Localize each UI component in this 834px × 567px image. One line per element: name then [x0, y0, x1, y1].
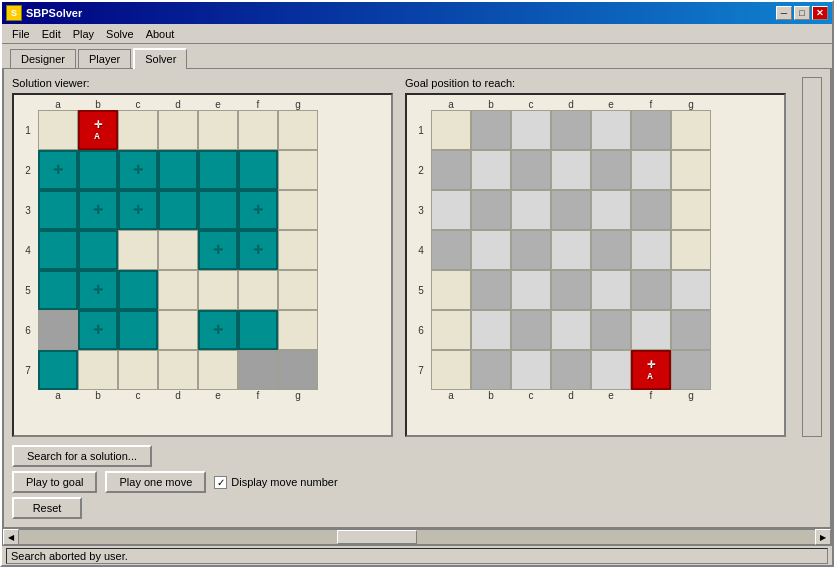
solution-viewer-board: a b c d e f g 1 ✛A [12, 93, 393, 437]
sv-col-g: g [278, 99, 318, 110]
hscroll-right-button[interactable]: ▶ [815, 529, 831, 545]
table-row [591, 350, 631, 390]
table-row [511, 230, 551, 270]
table-row [631, 310, 671, 350]
sv-col-c-bot: c [118, 390, 158, 401]
piece-handle: ✛ [253, 203, 263, 217]
table-row [471, 350, 511, 390]
table-row [118, 270, 158, 310]
table-row [551, 310, 591, 350]
table-row: ✛ [238, 230, 278, 270]
table-row [118, 350, 158, 390]
table-row [431, 310, 471, 350]
hscroll-thumb[interactable] [337, 530, 417, 544]
controls-row: Search for a solution... Play to goal Pl… [12, 445, 822, 519]
sv-row-7: 7 [18, 350, 387, 390]
table-row [591, 310, 631, 350]
sv-col-a-bot: a [38, 390, 78, 401]
menu-solve[interactable]: Solve [100, 26, 140, 42]
play-to-goal-button[interactable]: Play to goal [12, 471, 97, 493]
piece-handle: ✛ [93, 203, 103, 217]
menu-play[interactable]: Play [67, 26, 100, 42]
tab-designer[interactable]: Designer [10, 49, 76, 68]
table-row [38, 310, 78, 350]
table-row [671, 150, 711, 190]
status-text: Search aborted by user. [6, 548, 828, 564]
table-row: ✛ [38, 150, 78, 190]
gp-col-g: g [671, 99, 711, 110]
table-row [38, 110, 78, 150]
play-one-move-button[interactable]: Play one move [105, 471, 206, 493]
table-row [671, 190, 711, 230]
menu-file[interactable]: File [6, 26, 36, 42]
table-row [471, 190, 511, 230]
piece-handle: ✛ [93, 323, 103, 337]
table-row: ✛ [78, 190, 118, 230]
table-row [278, 230, 318, 270]
sv-row-5: 5 ✛ [18, 270, 387, 310]
table-row [671, 350, 711, 390]
boards-row: Solution viewer: a b c d e f g 1 [12, 77, 822, 437]
table-row [631, 230, 671, 270]
table-row [238, 350, 278, 390]
gp-rowlabel-7: 7 [411, 365, 431, 376]
table-row [551, 350, 591, 390]
gp-rowlabel-4: 4 [411, 245, 431, 256]
solution-viewer-panel: Solution viewer: a b c d e f g 1 [12, 77, 393, 437]
menu-edit[interactable]: Edit [36, 26, 67, 42]
table-row [591, 110, 631, 150]
table-row [511, 110, 551, 150]
goal-position-board: a b c d e f g 1 [405, 93, 786, 437]
sv-row-6: 6 ✛ ✛ [18, 310, 387, 350]
display-move-number-label[interactable]: Display move number [214, 476, 337, 489]
hscroll-left-button[interactable]: ◀ [3, 529, 19, 545]
piece-handle: ✛ [213, 243, 223, 257]
table-row [238, 110, 278, 150]
table-row [158, 350, 198, 390]
reset-button[interactable]: Reset [12, 497, 82, 519]
hscroll-track[interactable] [19, 530, 815, 544]
table-row [471, 110, 511, 150]
horizontal-scrollbar: ◀ ▶ [2, 529, 832, 545]
app-icon: S [6, 5, 22, 21]
main-content: Solution viewer: a b c d e f g 1 [2, 68, 832, 529]
gp-row-2: 2 [411, 150, 780, 190]
close-button[interactable]: ✕ [812, 6, 828, 20]
sv-col-f: f [238, 99, 278, 110]
tab-solver[interactable]: Solver [133, 48, 187, 69]
gp-col-a: a [431, 99, 471, 110]
display-move-number-text: Display move number [231, 476, 337, 488]
table-row [38, 190, 78, 230]
titlebar-left: S SBPSolver [6, 5, 82, 21]
maximize-button[interactable]: □ [794, 6, 810, 20]
gp-col-c: c [511, 99, 551, 110]
table-row [631, 190, 671, 230]
table-row [278, 150, 318, 190]
display-move-number-checkbox[interactable] [214, 476, 227, 489]
menu-about[interactable]: About [140, 26, 181, 42]
table-row: ✛A [78, 110, 118, 150]
tabs-bar: Designer Player Solver [2, 44, 832, 68]
minimize-button[interactable]: ─ [776, 6, 792, 20]
table-row [591, 150, 631, 190]
piece-handle: ✛A [94, 119, 102, 141]
right-scrollbar[interactable] [802, 77, 822, 437]
table-row [431, 270, 471, 310]
sv-row-1: 1 ✛A [18, 110, 387, 150]
tab-player[interactable]: Player [78, 49, 131, 68]
sv-rowlabel-6: 6 [18, 325, 38, 336]
search-button[interactable]: Search for a solution... [12, 445, 152, 467]
table-row [238, 310, 278, 350]
table-row [158, 310, 198, 350]
table-row: ✛ [198, 230, 238, 270]
gp-col-f-bot: f [631, 390, 671, 401]
table-row [671, 230, 711, 270]
sv-col-c: c [118, 99, 158, 110]
table-row [511, 350, 551, 390]
table-row [551, 150, 591, 190]
sv-rowlabel-3: 3 [18, 205, 38, 216]
table-row [511, 270, 551, 310]
table-row [78, 230, 118, 270]
gp-col-a-bot: a [431, 390, 471, 401]
gp-row-3: 3 [411, 190, 780, 230]
